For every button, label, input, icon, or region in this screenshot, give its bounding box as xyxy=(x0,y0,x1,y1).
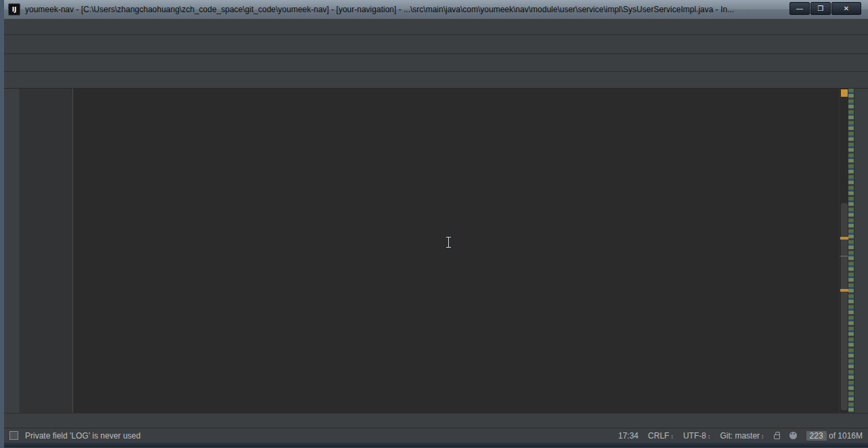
left-tool-stripe xyxy=(4,89,20,413)
maximize-button[interactable]: ❒ xyxy=(810,2,831,15)
git-branch-widget[interactable]: Git: master↕ xyxy=(720,431,764,441)
breadcrumb xyxy=(4,54,868,72)
warning-stripe-mark[interactable] xyxy=(840,237,848,240)
memory-indicator[interactable]: 223 of 1016M xyxy=(806,431,863,441)
status-bar: Private field 'LOG' is never used 17:34 … xyxy=(4,428,868,443)
right-tool-stripe xyxy=(854,89,868,413)
scrollbar-thumb[interactable] xyxy=(841,203,848,410)
status-message: Private field 'LOG' is never used xyxy=(25,431,141,441)
tool-window-bar xyxy=(4,413,868,428)
editor-scrollbar[interactable] xyxy=(839,89,848,413)
tool-stripes-toggle-icon[interactable] xyxy=(9,431,18,440)
stripe-line-mark xyxy=(840,256,849,256)
warning-stripe-mark[interactable] xyxy=(840,289,848,292)
close-button[interactable]: ✕ xyxy=(831,2,861,15)
menu-bar xyxy=(4,19,868,35)
inspection-status-icon[interactable] xyxy=(841,89,848,97)
intellij-logo-icon: IJ xyxy=(8,3,20,16)
clock-widget: 17:34 xyxy=(618,431,638,441)
encoding-widget[interactable]: UTF-8↕ xyxy=(683,431,711,441)
mouse-cursor-ibeam xyxy=(446,237,452,248)
line-ending-widget[interactable]: CRLF↕ xyxy=(648,431,674,441)
minimize-button[interactable]: — xyxy=(789,2,810,15)
ide-window: IJ youmeek-nav - [C:\Users\zhangchaohuan… xyxy=(0,0,868,448)
editor-gutter xyxy=(20,89,73,413)
lock-icon[interactable] xyxy=(774,434,780,439)
window-bottom-border xyxy=(4,443,868,447)
window-title: youmeek-nav - [C:\Users\zhangchaohuang\z… xyxy=(25,5,734,14)
hector-inspections-icon[interactable] xyxy=(789,432,797,439)
toolbar xyxy=(4,35,868,54)
error-stripe-pattern xyxy=(848,89,854,413)
editor-tab-bar xyxy=(4,72,868,89)
title-bar[interactable]: IJ youmeek-nav - [C:\Users\zhangchaohuan… xyxy=(4,0,868,19)
code-editor[interactable] xyxy=(20,89,839,413)
